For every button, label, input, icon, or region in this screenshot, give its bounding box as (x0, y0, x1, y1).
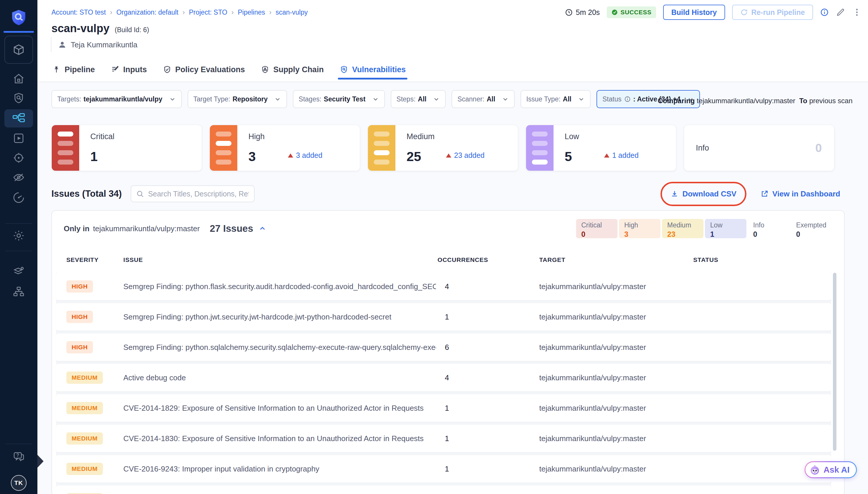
targets-icon[interactable] (12, 151, 25, 164)
severity-card-label: Medium (407, 132, 435, 141)
kebab-menu-icon[interactable] (852, 7, 862, 17)
table-row[interactable]: MEDIUM CVE-2014-1829: Exposure of Sensit… (56, 394, 831, 422)
ask-ai-button[interactable]: Ask AI (805, 461, 857, 478)
search-icon (136, 190, 144, 198)
table-scrollbar[interactable] (833, 273, 836, 451)
severity-chip: Critical 0 (576, 219, 618, 238)
rerun-pipeline-button[interactable]: Re-run Pipeline (732, 5, 813, 20)
chip-value: 3 (624, 230, 660, 239)
module-cube-icon (12, 43, 25, 56)
executions-icon[interactable] (12, 132, 25, 145)
severity-chip: High 3 (619, 219, 660, 238)
help-chat-icon[interactable]: ? (12, 450, 25, 463)
page-title: scan-vulpy (52, 22, 110, 35)
title-row: scan-vulpy (Build Id: 6) (52, 22, 149, 35)
table-row[interactable]: HIGH Semgrep Finding: python.jwt.securit… (56, 303, 831, 330)
filter-label: Target Type: (193, 95, 230, 103)
breadcrumb-link[interactable]: scan-vulpy (276, 8, 308, 16)
search-input[interactable] (148, 189, 249, 198)
breadcrumb-link[interactable]: Project: STO (189, 8, 227, 16)
edit-pencil-icon[interactable] (836, 7, 845, 17)
breadcrumb-link[interactable]: Pipelines (238, 8, 265, 16)
added-label: 23 added (454, 151, 485, 159)
tab-vulnerabilities[interactable]: Vulnerabilities (340, 65, 406, 74)
header-actions: 5m 20s SUCCESS Build History Re-run Pipe… (565, 4, 862, 20)
layers-gear-icon[interactable] (12, 265, 25, 278)
issue-title: Active debug code (123, 373, 186, 382)
module-selector[interactable] (4, 36, 33, 64)
severity-badge: HIGH (66, 280, 93, 292)
tab-pipeline[interactable]: Pipeline (52, 65, 95, 74)
severity-stripe-icon (368, 125, 396, 171)
tab-supply-chain[interactable]: Supply Chain (261, 65, 324, 74)
filter-dropdown[interactable]: Target Type: Repository (188, 90, 287, 108)
chevron-up-icon[interactable] (258, 225, 267, 233)
issues-table-body: HIGH Semgrep Finding: python.flask.secur… (56, 273, 831, 494)
table-row[interactable]: MEDIUM CVE-2017-11424: PyJWT... 1 tejaku… (56, 486, 831, 494)
table-row[interactable]: MEDIUM CVE-2014-1830: Exposure of Sensit… (56, 425, 831, 452)
occurrences-value: 1 (445, 464, 449, 474)
table-row[interactable]: HIGH Semgrep Finding: python.sqlalchemy.… (56, 334, 831, 361)
sto-logo-icon[interactable] (10, 8, 27, 27)
occurrences-value: 1 (445, 434, 449, 443)
ask-ai-inner: Ask AI (806, 462, 856, 477)
gauge-icon[interactable] (12, 191, 25, 204)
info-card-count: 0 (815, 141, 822, 155)
filter-dropdown[interactable]: Targets: tejakummarikuntla/vulpy (52, 90, 182, 108)
comparing-mode: previous scan (809, 97, 852, 104)
main-content: Targets: tejakummarikuntla/vulpy Target … (37, 83, 868, 494)
filter-dropdown[interactable]: Issue Type: All (521, 90, 591, 108)
table-row[interactable]: MEDIUM CVE-2016-9243: Improper input val… (56, 455, 831, 482)
settings-gear-icon[interactable] (12, 229, 25, 242)
pipelines-icon[interactable] (12, 112, 25, 125)
home-icon[interactable] (12, 72, 25, 85)
info-icon[interactable] (820, 8, 829, 17)
chip-label: Medium (667, 221, 703, 229)
severity-chips: Critical 0 High 3 Medium 23 Low (576, 219, 832, 238)
target-value: tejakummarikuntla/vulpy:master (539, 312, 646, 322)
breadcrumb-separator-icon: › (269, 8, 271, 16)
issues-panel: Only in tejakummarikuntla/vulpy:master 2… (52, 210, 845, 494)
tab-label: Supply Chain (273, 65, 324, 74)
refresh-icon (740, 8, 748, 16)
rerun-label: Re-run Pipeline (751, 8, 805, 17)
chip-label: Critical (581, 221, 618, 229)
filter-value: All (418, 95, 426, 103)
occurrences-value: 6 (445, 343, 449, 352)
exemptions-eye-off-icon[interactable] (12, 171, 25, 184)
author-name: Teja Kummarikuntla (71, 40, 137, 50)
filter-dropdown[interactable]: Steps: All (391, 90, 446, 108)
target-value: tejakummarikuntla/vulpy:master (539, 464, 646, 474)
build-history-button[interactable]: Build History (663, 5, 725, 20)
scan-shield-icon[interactable] (12, 92, 25, 104)
view-in-dashboard-label: View in Dashboard (772, 189, 840, 198)
severity-badge: MEDIUM (66, 402, 103, 414)
breadcrumb-link[interactable]: Account: STO test (52, 8, 106, 16)
severity-badge: HIGH (66, 341, 93, 354)
check-circle-icon (612, 9, 618, 16)
chip-value: 0 (581, 230, 618, 239)
filter-dropdown[interactable]: Stages: Security Test (293, 90, 385, 108)
hierarchy-gear-icon[interactable] (12, 285, 25, 298)
issue-title: CVE-2014-1830: Exposure of Sensitive Inf… (123, 434, 424, 443)
download-csv-button[interactable]: Download CSV (671, 189, 736, 198)
chevron-down-icon (274, 96, 281, 102)
breadcrumb-link[interactable]: Organization: default (116, 8, 178, 16)
table-row[interactable]: MEDIUM Active debug code 4 tejakummariku… (56, 364, 831, 392)
tab-inputs[interactable]: Inputs (111, 65, 147, 74)
sidebar-divider (5, 223, 32, 224)
chip-label: Low (710, 221, 747, 229)
view-in-dashboard-button[interactable]: View in Dashboard (760, 189, 840, 198)
severity-card: High 3 3 added (210, 125, 360, 171)
breadcrumb-item: Organization: default › (116, 8, 189, 16)
status-badge-label: SUCCESS (620, 9, 652, 16)
table-row[interactable]: HIGH Semgrep Finding: python.flask.secur… (56, 273, 831, 300)
tab-label: Inputs (123, 65, 147, 74)
tab-label: Vulnerabilities (352, 65, 406, 74)
filter-dropdown[interactable]: Scanner: All (451, 90, 514, 108)
severity-badge: MEDIUM (66, 463, 103, 475)
user-avatar[interactable]: TK (11, 475, 26, 491)
tab-policy-evaluations[interactable]: Policy Evaluations (163, 65, 245, 74)
sidebar-expand-handle[interactable] (37, 455, 43, 468)
target-value: tejakummarikuntla/vulpy:master (539, 282, 646, 291)
